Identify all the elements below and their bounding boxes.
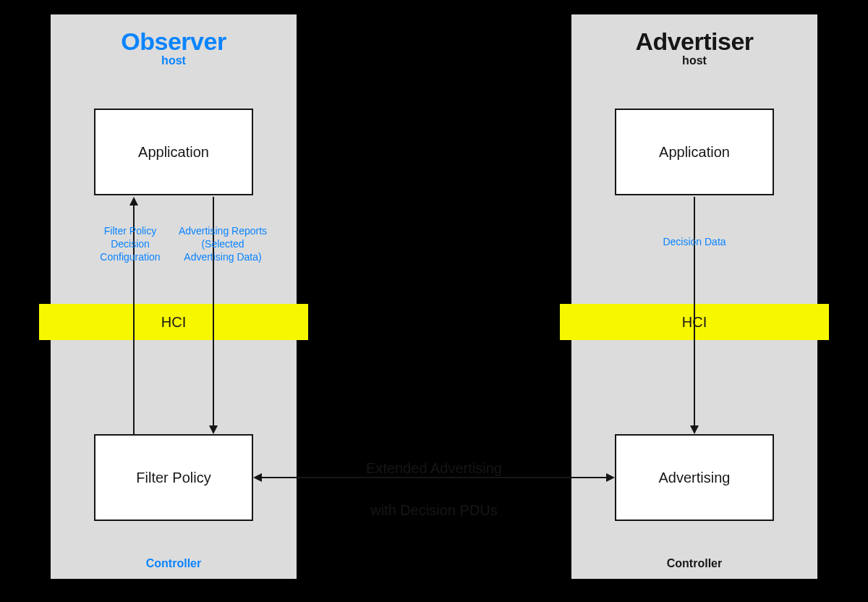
advertiser-controller-label: Controller — [571, 557, 817, 570]
advertiser-arrow-line — [694, 197, 695, 425]
observer-left-arrow-head — [129, 197, 138, 205]
observer-container: Observer host Application Filter Policy … — [51, 14, 297, 579]
advertiser-advertising-box: Advertising — [615, 434, 774, 521]
observer-hci-label: HCI — [161, 314, 186, 331]
observer-subtitle: host — [51, 54, 297, 67]
observer-application-box: Application — [94, 109, 253, 195]
observer-annotation-left: Filter Policy Decision Configuration — [83, 224, 177, 264]
advertiser-subtitle: host — [571, 54, 817, 67]
advertiser-arrow-head — [690, 425, 699, 434]
observer-title: Observer — [51, 27, 297, 56]
advertiser-application-label: Application — [659, 144, 730, 161]
observer-filter-policy-box: Filter Policy — [94, 434, 253, 521]
observer-hci-bar: HCI — [39, 304, 308, 340]
observer-annotation-right: Advertising Reports (Selected Advertisin… — [169, 224, 277, 264]
observer-application-label: Application — [138, 144, 209, 161]
center-arrow-head-left — [253, 473, 262, 482]
advertiser-application-box: Application — [615, 109, 774, 195]
observer-controller-label: Controller — [51, 557, 297, 570]
center-arrow-head-right — [606, 473, 615, 482]
advertiser-advertising-label: Advertising — [659, 470, 731, 486]
advertiser-annotation: Decision Data — [637, 235, 752, 248]
advertiser-title: Advertiser — [571, 27, 817, 56]
observer-filter-policy-label: Filter Policy — [136, 470, 210, 486]
center-label: Extended Advertisingwith Decision PDUs — [304, 457, 564, 521]
observer-right-arrow-head — [209, 425, 218, 434]
